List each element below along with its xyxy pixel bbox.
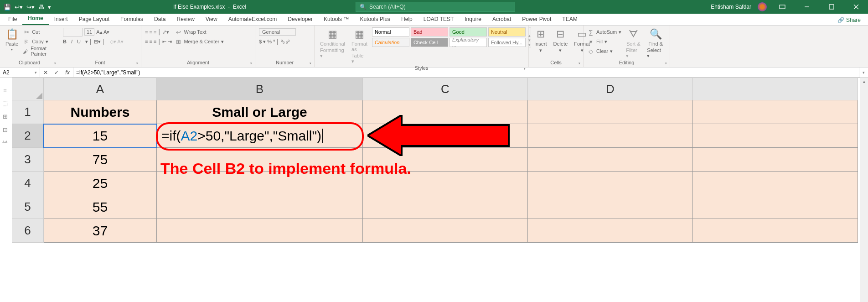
redo-icon[interactable]: ↪▾ (26, 4, 35, 10)
find-select-button[interactable]: 🔍Find &Select ▾ (645, 27, 666, 60)
row-head-4[interactable]: 4 (12, 172, 44, 195)
col-head-d[interactable]: D (528, 78, 693, 100)
col-head-a[interactable]: A (44, 78, 157, 100)
col-head-b[interactable]: B (157, 78, 363, 100)
cell-e2[interactable] (693, 124, 858, 148)
tab-automateexcel[interactable]: AutomateExcel.com (223, 14, 283, 25)
cell-c6[interactable] (363, 219, 528, 243)
tab-team[interactable]: TEAM (557, 14, 583, 25)
style-neutral[interactable]: Neutral (488, 27, 526, 36)
tab-acrobat[interactable]: Acrobat (487, 14, 517, 25)
tab-inquire[interactable]: Inquire (459, 14, 487, 25)
avatar[interactable] (758, 2, 767, 11)
cell-d5[interactable] (528, 195, 693, 219)
style-followed[interactable]: Followed Hy... (488, 38, 526, 47)
select-all-corner[interactable] (12, 78, 44, 100)
cell-e1[interactable] (693, 100, 858, 124)
cell-e3[interactable] (693, 148, 858, 172)
style-checkcell[interactable]: Check Cell (411, 38, 448, 47)
tab-help[interactable]: Help (396, 14, 418, 25)
tab-file[interactable]: File (3, 14, 22, 25)
paste-button[interactable]: 📋 Paste▾ (4, 27, 20, 52)
tab-data[interactable]: Data (149, 14, 171, 25)
cell-a5[interactable]: 55 (44, 195, 157, 219)
autosum-button[interactable]: ∑AutoSum ▾ (587, 27, 621, 36)
fx-icon[interactable]: fx (62, 69, 73, 76)
cancel-formula-icon[interactable]: ✕ (40, 69, 51, 76)
cell-a2[interactable]: 15 (44, 124, 157, 148)
copy-button[interactable]: ⎘Copy ▾ (23, 37, 55, 46)
tab-home[interactable]: Home (22, 13, 48, 25)
scroll-up-icon[interactable]: ▲ (860, 78, 868, 86)
cell-c1[interactable] (363, 100, 528, 124)
qat-customize-icon[interactable]: ▾ (48, 4, 51, 10)
cell-d6[interactable] (528, 219, 693, 243)
cell-d4[interactable] (528, 172, 693, 195)
tab-loadtest[interactable]: LOAD TEST (418, 14, 459, 25)
cell-c2[interactable] (363, 124, 528, 148)
row-head-2[interactable]: 2 (12, 124, 44, 148)
insert-cells-button[interactable]: ⊞Insert▾ (532, 27, 549, 54)
style-good[interactable]: Good (450, 27, 487, 36)
name-box[interactable]: A2▾ (0, 68, 40, 77)
style-normal[interactable]: Normal (372, 27, 409, 36)
col-head-e[interactable] (693, 78, 858, 100)
lt-icon-1[interactable]: ≡ (3, 87, 7, 94)
clear-button[interactable]: ◇Clear ▾ (587, 47, 621, 56)
lt-icon-2[interactable]: ⬚ (2, 100, 8, 107)
tab-formulas[interactable]: Formulas (115, 14, 149, 25)
tab-review[interactable]: Review (171, 14, 200, 25)
undo-icon[interactable]: ↩▾ (15, 4, 23, 10)
formula-expand-icon[interactable]: ▾ (859, 68, 868, 77)
tab-pagelayout[interactable]: Page Layout (73, 14, 115, 25)
save-icon[interactable]: 💾 (4, 4, 11, 10)
style-calculation[interactable]: Calculation (372, 38, 409, 47)
row-head-1[interactable]: 1 (12, 100, 44, 124)
cell-a6[interactable]: 37 (44, 219, 157, 243)
col-head-c[interactable]: C (363, 78, 528, 100)
tab-developer[interactable]: Developer (282, 14, 318, 25)
quickprint-icon[interactable]: 🖶 (38, 4, 44, 10)
merge-center-button[interactable]: ⊞Merge & Center ▾ (175, 37, 224, 46)
cell-d2[interactable] (528, 124, 693, 148)
cell-b2[interactable]: =if(A2>50,"Large","Small") (157, 124, 363, 148)
cell-a3[interactable]: 75 (44, 148, 157, 172)
format-painter-button[interactable]: 🖌Format Painter (23, 47, 55, 56)
cell-e4[interactable] (693, 172, 858, 195)
fill-button[interactable]: ▾Fill ▾ (587, 37, 621, 46)
cell-e5[interactable] (693, 195, 858, 219)
cell-e6[interactable] (693, 219, 858, 243)
minimize-icon[interactable] (798, 0, 816, 13)
delete-cells-button[interactable]: ⊟Delete▾ (552, 27, 570, 54)
cell-b5[interactable] (157, 195, 363, 219)
conditional-formatting-button[interactable]: ▦ Conditional Formatting ▾ (318, 27, 347, 60)
ribbon-display-icon[interactable] (773, 0, 791, 13)
style-explanatory[interactable]: Explanatory ... (450, 38, 487, 47)
lt-icon-5[interactable]: ᴬᴬ (2, 140, 8, 146)
lt-icon-4[interactable]: ⊡ (3, 126, 8, 133)
tab-insert[interactable]: Insert (49, 14, 73, 25)
lt-icon-3[interactable]: ⊞ (3, 113, 8, 120)
style-bad[interactable]: Bad (411, 27, 448, 36)
user-name[interactable]: Ehtisham Safdar (711, 4, 751, 10)
close-icon[interactable] (847, 0, 865, 13)
row-head-5[interactable]: 5 (12, 195, 44, 219)
row-head-6[interactable]: 6 (12, 219, 44, 243)
vertical-scrollbar[interactable]: ▲ (860, 78, 868, 302)
cell-a1[interactable]: Numbers (44, 100, 157, 124)
share-button[interactable]: 🔗 Share (834, 15, 864, 25)
cell-b6[interactable] (157, 219, 363, 243)
cell-a4[interactable]: 25 (44, 172, 157, 195)
cell-b1[interactable]: Small or Large (157, 100, 363, 124)
cell-d3[interactable] (528, 148, 693, 172)
sort-filter-button[interactable]: ᗊSort &Filter ▾ (624, 27, 642, 60)
tab-kutoolsplus[interactable]: Kutools Plus (354, 14, 396, 25)
tab-kutools[interactable]: Kutools ™ (318, 14, 354, 25)
tab-view[interactable]: View (200, 14, 223, 25)
enter-formula-icon[interactable]: ✓ (51, 69, 62, 76)
row-head-3[interactable]: 3 (12, 148, 44, 172)
format-as-table-button[interactable]: ▦ Format as Table ▾ (350, 27, 369, 65)
cell-d1[interactable] (528, 100, 693, 124)
tab-powerpivot[interactable]: Power Pivot (517, 14, 557, 25)
maximize-icon[interactable] (822, 0, 841, 13)
